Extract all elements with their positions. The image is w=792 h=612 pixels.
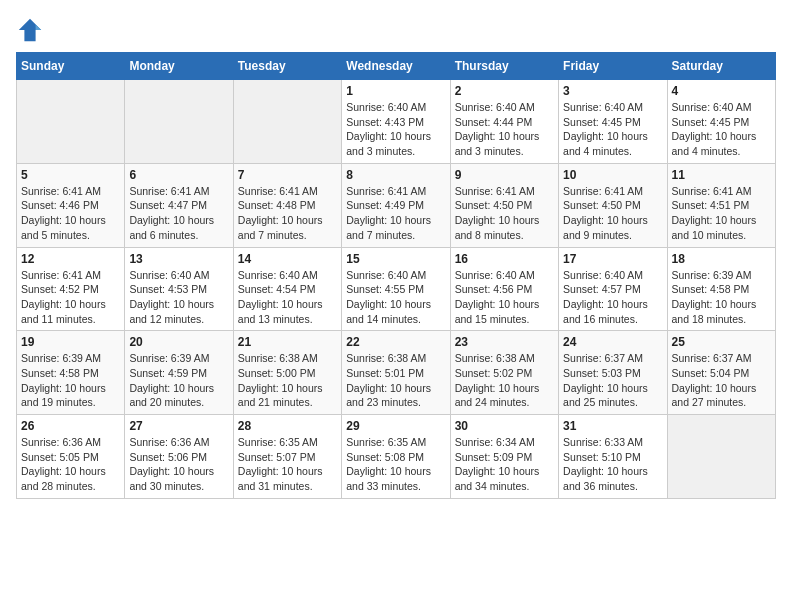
day-info: Sunrise: 6:35 AMSunset: 5:07 PMDaylight:… (238, 435, 337, 494)
day-cell: 21Sunrise: 6:38 AMSunset: 5:00 PMDayligh… (233, 331, 341, 415)
day-cell (667, 415, 775, 499)
day-info: Sunrise: 6:41 AMSunset: 4:50 PMDaylight:… (455, 184, 554, 243)
weekday-header-sunday: Sunday (17, 53, 125, 80)
day-number: 16 (455, 252, 554, 266)
day-cell: 31Sunrise: 6:33 AMSunset: 5:10 PMDayligh… (559, 415, 667, 499)
day-info: Sunrise: 6:37 AMSunset: 5:04 PMDaylight:… (672, 351, 771, 410)
day-cell: 27Sunrise: 6:36 AMSunset: 5:06 PMDayligh… (125, 415, 233, 499)
day-cell: 20Sunrise: 6:39 AMSunset: 4:59 PMDayligh… (125, 331, 233, 415)
day-cell: 1Sunrise: 6:40 AMSunset: 4:43 PMDaylight… (342, 80, 450, 164)
day-number: 20 (129, 335, 228, 349)
day-info: Sunrise: 6:40 AMSunset: 4:45 PMDaylight:… (563, 100, 662, 159)
day-number: 29 (346, 419, 445, 433)
day-number: 15 (346, 252, 445, 266)
day-cell: 3Sunrise: 6:40 AMSunset: 4:45 PMDaylight… (559, 80, 667, 164)
day-info: Sunrise: 6:40 AMSunset: 4:45 PMDaylight:… (672, 100, 771, 159)
day-cell: 10Sunrise: 6:41 AMSunset: 4:50 PMDayligh… (559, 163, 667, 247)
day-number: 23 (455, 335, 554, 349)
day-info: Sunrise: 6:40 AMSunset: 4:55 PMDaylight:… (346, 268, 445, 327)
day-cell: 4Sunrise: 6:40 AMSunset: 4:45 PMDaylight… (667, 80, 775, 164)
day-number: 10 (563, 168, 662, 182)
day-cell: 28Sunrise: 6:35 AMSunset: 5:07 PMDayligh… (233, 415, 341, 499)
day-info: Sunrise: 6:40 AMSunset: 4:43 PMDaylight:… (346, 100, 445, 159)
day-cell (233, 80, 341, 164)
day-cell: 26Sunrise: 6:36 AMSunset: 5:05 PMDayligh… (17, 415, 125, 499)
weekday-header-wednesday: Wednesday (342, 53, 450, 80)
day-number: 7 (238, 168, 337, 182)
day-cell: 23Sunrise: 6:38 AMSunset: 5:02 PMDayligh… (450, 331, 558, 415)
day-info: Sunrise: 6:41 AMSunset: 4:52 PMDaylight:… (21, 268, 120, 327)
day-cell: 16Sunrise: 6:40 AMSunset: 4:56 PMDayligh… (450, 247, 558, 331)
calendar-table: SundayMondayTuesdayWednesdayThursdayFrid… (16, 52, 776, 499)
day-number: 2 (455, 84, 554, 98)
day-cell: 11Sunrise: 6:41 AMSunset: 4:51 PMDayligh… (667, 163, 775, 247)
day-cell: 14Sunrise: 6:40 AMSunset: 4:54 PMDayligh… (233, 247, 341, 331)
svg-marker-1 (36, 24, 42, 30)
day-info: Sunrise: 6:40 AMSunset: 4:56 PMDaylight:… (455, 268, 554, 327)
week-row-4: 19Sunrise: 6:39 AMSunset: 4:58 PMDayligh… (17, 331, 776, 415)
weekday-header-row: SundayMondayTuesdayWednesdayThursdayFrid… (17, 53, 776, 80)
day-cell: 30Sunrise: 6:34 AMSunset: 5:09 PMDayligh… (450, 415, 558, 499)
day-cell: 8Sunrise: 6:41 AMSunset: 4:49 PMDaylight… (342, 163, 450, 247)
day-number: 19 (21, 335, 120, 349)
day-info: Sunrise: 6:40 AMSunset: 4:44 PMDaylight:… (455, 100, 554, 159)
day-number: 5 (21, 168, 120, 182)
day-info: Sunrise: 6:41 AMSunset: 4:49 PMDaylight:… (346, 184, 445, 243)
day-info: Sunrise: 6:37 AMSunset: 5:03 PMDaylight:… (563, 351, 662, 410)
weekday-header-saturday: Saturday (667, 53, 775, 80)
day-number: 4 (672, 84, 771, 98)
day-number: 13 (129, 252, 228, 266)
day-cell: 29Sunrise: 6:35 AMSunset: 5:08 PMDayligh… (342, 415, 450, 499)
day-info: Sunrise: 6:33 AMSunset: 5:10 PMDaylight:… (563, 435, 662, 494)
logo (16, 16, 48, 44)
day-cell: 2Sunrise: 6:40 AMSunset: 4:44 PMDaylight… (450, 80, 558, 164)
day-cell: 19Sunrise: 6:39 AMSunset: 4:58 PMDayligh… (17, 331, 125, 415)
day-number: 27 (129, 419, 228, 433)
day-number: 12 (21, 252, 120, 266)
day-cell: 6Sunrise: 6:41 AMSunset: 4:47 PMDaylight… (125, 163, 233, 247)
logo-icon (16, 16, 44, 44)
day-cell (125, 80, 233, 164)
day-cell: 15Sunrise: 6:40 AMSunset: 4:55 PMDayligh… (342, 247, 450, 331)
page-header (16, 16, 776, 44)
day-number: 24 (563, 335, 662, 349)
day-cell: 22Sunrise: 6:38 AMSunset: 5:01 PMDayligh… (342, 331, 450, 415)
day-number: 26 (21, 419, 120, 433)
day-cell (17, 80, 125, 164)
day-number: 31 (563, 419, 662, 433)
day-info: Sunrise: 6:36 AMSunset: 5:06 PMDaylight:… (129, 435, 228, 494)
day-number: 18 (672, 252, 771, 266)
day-number: 8 (346, 168, 445, 182)
day-info: Sunrise: 6:39 AMSunset: 4:58 PMDaylight:… (672, 268, 771, 327)
day-number: 22 (346, 335, 445, 349)
day-cell: 9Sunrise: 6:41 AMSunset: 4:50 PMDaylight… (450, 163, 558, 247)
weekday-header-monday: Monday (125, 53, 233, 80)
day-number: 3 (563, 84, 662, 98)
day-number: 28 (238, 419, 337, 433)
day-number: 6 (129, 168, 228, 182)
week-row-1: 1Sunrise: 6:40 AMSunset: 4:43 PMDaylight… (17, 80, 776, 164)
day-cell: 25Sunrise: 6:37 AMSunset: 5:04 PMDayligh… (667, 331, 775, 415)
day-number: 30 (455, 419, 554, 433)
weekday-header-thursday: Thursday (450, 53, 558, 80)
day-cell: 24Sunrise: 6:37 AMSunset: 5:03 PMDayligh… (559, 331, 667, 415)
day-info: Sunrise: 6:40 AMSunset: 4:54 PMDaylight:… (238, 268, 337, 327)
day-info: Sunrise: 6:40 AMSunset: 4:53 PMDaylight:… (129, 268, 228, 327)
day-cell: 13Sunrise: 6:40 AMSunset: 4:53 PMDayligh… (125, 247, 233, 331)
day-info: Sunrise: 6:39 AMSunset: 4:59 PMDaylight:… (129, 351, 228, 410)
day-number: 17 (563, 252, 662, 266)
day-cell: 5Sunrise: 6:41 AMSunset: 4:46 PMDaylight… (17, 163, 125, 247)
day-info: Sunrise: 6:40 AMSunset: 4:57 PMDaylight:… (563, 268, 662, 327)
day-info: Sunrise: 6:38 AMSunset: 5:02 PMDaylight:… (455, 351, 554, 410)
day-number: 9 (455, 168, 554, 182)
day-number: 1 (346, 84, 445, 98)
day-cell: 12Sunrise: 6:41 AMSunset: 4:52 PMDayligh… (17, 247, 125, 331)
day-info: Sunrise: 6:41 AMSunset: 4:46 PMDaylight:… (21, 184, 120, 243)
day-cell: 18Sunrise: 6:39 AMSunset: 4:58 PMDayligh… (667, 247, 775, 331)
weekday-header-friday: Friday (559, 53, 667, 80)
day-info: Sunrise: 6:41 AMSunset: 4:48 PMDaylight:… (238, 184, 337, 243)
weekday-header-tuesday: Tuesday (233, 53, 341, 80)
day-number: 25 (672, 335, 771, 349)
day-info: Sunrise: 6:35 AMSunset: 5:08 PMDaylight:… (346, 435, 445, 494)
day-info: Sunrise: 6:41 AMSunset: 4:51 PMDaylight:… (672, 184, 771, 243)
